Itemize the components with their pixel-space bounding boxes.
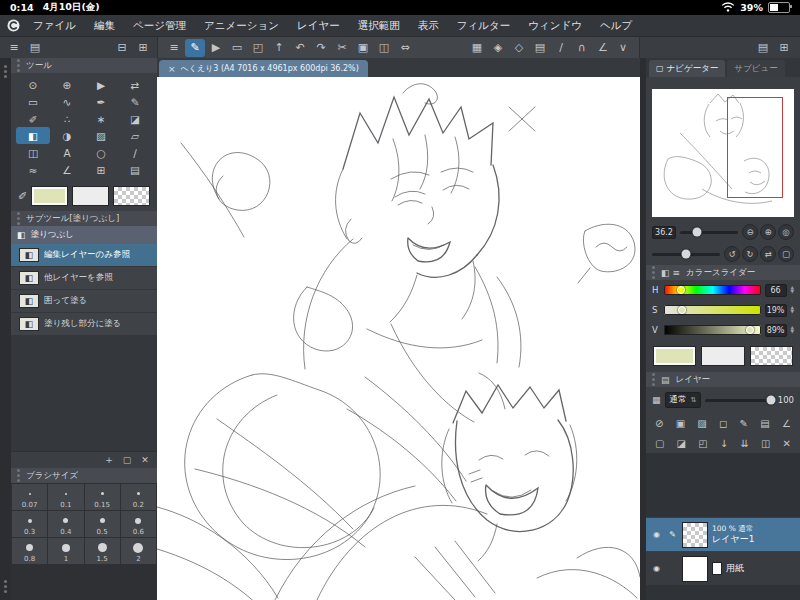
cut-icon[interactable]: ✂	[332, 39, 352, 57]
layer-move-tool[interactable]: ⇄	[118, 76, 152, 93]
airbrush-tool[interactable]: ∴	[50, 110, 84, 127]
menu-item[interactable]: ウィンドウ	[519, 19, 591, 33]
saturation-slider[interactable]	[664, 305, 761, 315]
value-slider[interactable]	[664, 325, 761, 335]
transfer-to-lower-layer-icon[interactable]: ↓	[720, 438, 728, 449]
enable-mask-icon[interactable]: ◻	[719, 418, 727, 429]
fit-to-screen-button[interactable]: ◎	[778, 224, 794, 240]
brush-size-cell[interactable]: 0.6	[121, 511, 156, 537]
lasso-tool[interactable]: ∿	[50, 93, 84, 110]
new-raster-layer-icon[interactable]: ▢	[655, 438, 664, 449]
blend-stepper-icon[interactable]: ⇅	[691, 396, 697, 404]
sub-color-swatch[interactable]	[72, 186, 109, 206]
delete-layer-icon[interactable]: ✕	[783, 438, 791, 449]
zoom-slider[interactable]	[680, 231, 738, 234]
value-slider-knob[interactable]	[746, 326, 754, 334]
new-vector-layer-icon[interactable]: ◪	[677, 438, 686, 449]
subtool-item[interactable]: ◧ 塗り残し部分に塗る	[11, 313, 157, 336]
grid-tool[interactable]: ⊞	[84, 161, 118, 178]
panel-grip[interactable]	[17, 474, 20, 477]
expand-right-panel-icon[interactable]: ⊞	[774, 39, 794, 57]
main-color-swatch[interactable]	[653, 346, 696, 366]
ruler-icon[interactable]: ∠	[782, 418, 791, 429]
document-tab[interactable]: × へくえり3 (A4 7016 x 4961px 600dpi 36.2%)	[159, 60, 368, 77]
subtool-item[interactable]: ◧ 囲って塗る	[11, 290, 157, 313]
copy-subtool-icon[interactable]: ▢	[119, 453, 135, 467]
clip-studio-logo-icon[interactable]	[7, 19, 20, 32]
layer-visibility-icon[interactable]: ◉	[650, 564, 663, 573]
decoration-tool[interactable]: ∗	[84, 110, 118, 127]
transparent-color-swatch[interactable]	[750, 346, 793, 366]
brush-size-cell[interactable]: 0.3	[12, 511, 47, 537]
layer-mask-icon[interactable]: ◫	[761, 438, 770, 449]
brush-size-cell[interactable]: 0.4	[48, 511, 83, 537]
navigator-preview[interactable]	[652, 89, 794, 217]
panel-edge-grip[interactable]	[4, 585, 7, 588]
subtool-item[interactable]: ◧ 編集レイヤーのみ参照	[11, 244, 157, 267]
tab-subview[interactable]: サブビュー	[727, 60, 784, 77]
hue-stepper[interactable]: ▲▼	[791, 286, 794, 294]
tab-navigator[interactable]: ▢ ナビゲーター	[649, 60, 725, 77]
hue-slider-knob[interactable]	[677, 286, 685, 294]
panel-grip[interactable]	[17, 217, 20, 220]
menu-item[interactable]: ページ管理	[124, 19, 195, 33]
correction-tool[interactable]: ≈	[16, 161, 50, 178]
zoom-tool[interactable]: ⊙	[16, 76, 50, 93]
delete-subtool-icon[interactable]: ✕	[137, 453, 153, 467]
blend-tool[interactable]: ◑	[50, 127, 84, 144]
lock-transparent-pixels-icon[interactable]: ▨	[697, 418, 706, 429]
expand-left-panel-icon[interactable]: ⊞	[133, 39, 153, 57]
subtool-group-fill[interactable]: ◧ 塗りつぶし	[11, 226, 157, 244]
opacity-slider[interactable]	[705, 399, 773, 402]
saturation-stepper[interactable]: ▲▼	[791, 306, 794, 314]
line-tool[interactable]: ∕	[118, 144, 152, 161]
brush-size-cell[interactable]: 0.15	[85, 484, 120, 510]
value-stepper[interactable]: ▲▼	[791, 326, 794, 334]
brush-size-cell[interactable]: 2	[121, 538, 156, 564]
curve-line-icon[interactable]: ∩	[572, 39, 592, 57]
menu-item[interactable]: 選択範囲	[349, 19, 409, 33]
stepper-down-icon[interactable]: ▼	[791, 330, 794, 334]
menu-item[interactable]: 編集	[85, 19, 124, 33]
new-folder-icon[interactable]: ◰	[698, 438, 707, 449]
hue-slider[interactable]	[664, 285, 761, 295]
brush-size-cell[interactable]: 0.5	[85, 511, 120, 537]
move-tool[interactable]: ⊕	[50, 76, 84, 93]
brush-size-cell[interactable]: 0.8	[12, 538, 47, 564]
collapse-left-panel-icon[interactable]: ⊟	[112, 39, 132, 57]
sub-color-swatch[interactable]	[701, 346, 744, 366]
close-document-icon[interactable]: ×	[168, 64, 176, 74]
layer-visibility-icon[interactable]: ◉	[650, 530, 663, 539]
blend-mode-select[interactable]: 通常 ⇅	[665, 392, 702, 408]
snap-grid-icon[interactable]: ▦	[467, 39, 487, 57]
menu-item[interactable]: アニメーション	[195, 19, 288, 33]
material-tool[interactable]: ▤	[118, 161, 152, 178]
layer-row-layer1[interactable]: ◉ ✎ 100 % 通常 レイヤー1	[646, 517, 800, 551]
symmetry-icon[interactable]: ◈	[488, 39, 508, 57]
navigator-viewport-rect[interactable]	[727, 97, 782, 198]
brush-size-cell[interactable]: 1	[48, 538, 83, 564]
material-icon[interactable]: ▤	[530, 39, 550, 57]
selection-tool[interactable]: ▭	[16, 93, 50, 110]
cursor-icon[interactable]: ▶	[206, 39, 226, 57]
add-subtool-icon[interactable]: +	[101, 453, 117, 467]
gradient-tool[interactable]: ▨	[84, 127, 118, 144]
zoom-in-button[interactable]: ⊕	[760, 224, 776, 240]
menu-item[interactable]: 表示	[409, 19, 448, 33]
brush-tool[interactable]: ✐	[16, 110, 50, 127]
text-tool[interactable]: A	[50, 144, 84, 161]
layer-row-paper[interactable]: ◉ 用紙	[646, 551, 800, 585]
opacity-slider-knob[interactable]	[767, 396, 776, 405]
main-color-swatch[interactable]	[31, 186, 68, 206]
eraser-tool[interactable]: ◪	[118, 110, 152, 127]
paste-icon[interactable]: ◫	[374, 39, 394, 57]
menu-item[interactable]: レイヤー	[288, 19, 349, 33]
saturation-slider-knob[interactable]	[678, 306, 686, 314]
ruler-tool[interactable]: ∠	[50, 161, 84, 178]
pen-tool[interactable]: ✒	[84, 93, 118, 110]
undo-icon[interactable]: ↶	[290, 39, 310, 57]
color-wheel-tab-icon[interactable]: ◧	[661, 268, 670, 278]
straight-line-icon[interactable]: ∕	[551, 39, 571, 57]
balloon-tool[interactable]: ○	[84, 144, 118, 161]
copy-icon[interactable]: ▣	[353, 39, 373, 57]
